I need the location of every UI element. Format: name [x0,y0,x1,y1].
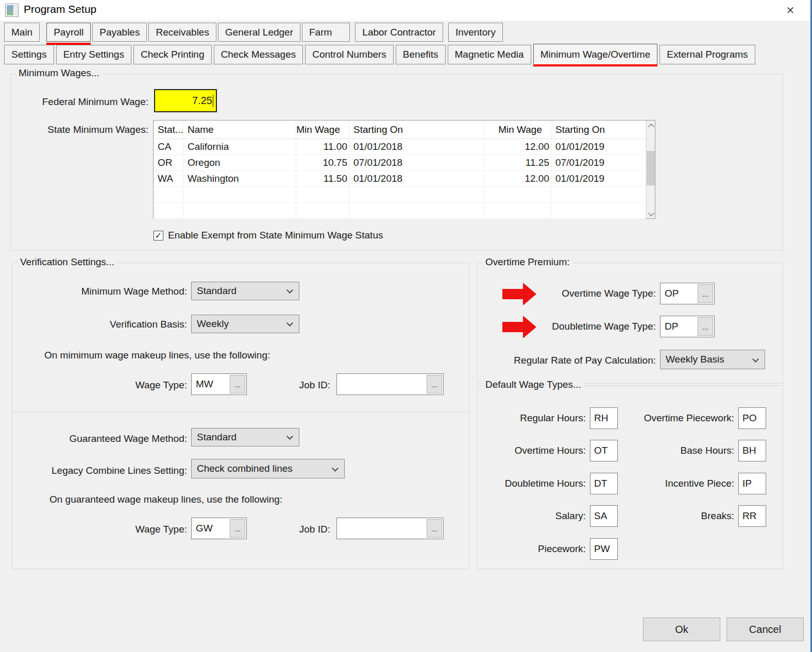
overtime-wage-type-input[interactable]: OP ... [660,283,715,304]
tab-entry-settings[interactable]: Entry Settings [56,45,131,64]
tab-main[interactable]: Main [4,23,40,42]
column-header[interactable]: Min Wage [484,121,551,139]
table-cell [183,187,296,202]
column-header[interactable]: Starting On [551,121,646,139]
column-header[interactable]: Min Wage [296,121,349,139]
tab-payroll[interactable]: Payroll [46,23,91,42]
browse-button[interactable]: ... [427,375,442,393]
gw-job-id-input[interactable]: ... [336,518,444,539]
doubletime-wage-type-input[interactable]: DP ... [660,316,715,337]
wage-type-input[interactable]: RR [738,505,766,527]
gw-wage-type-input[interactable]: GW ... [191,518,247,539]
table-row[interactable]: CACalifornia11.0001/01/201812.0001/01/20… [154,139,646,155]
minimum-wage-method-label: Minimum Wage Method: [12,286,187,297]
tab-inventory[interactable]: Inventory [448,23,503,42]
verification-settings-group: Verification Settings... Minimum Wage Me… [12,263,469,569]
table-cell: 12.00 [484,171,551,186]
cancel-button[interactable]: Cancel [726,617,804,641]
browse-button[interactable]: ... [427,519,442,538]
wage-type-label: Piecework: [478,543,586,555]
table-cell: WA [154,171,183,186]
legacy-combine-lines-select[interactable]: Check combined lines [191,459,345,478]
federal-minimum-wage-label: Federal Minimum Wage: [11,96,148,108]
browse-button[interactable]: ... [230,375,245,393]
scroll-up-button[interactable] [647,121,655,131]
verification-basis-select[interactable]: Weekly [191,315,299,333]
table-cell [349,203,484,218]
tab-labor-contractor[interactable]: Labor Contractor [355,23,443,42]
minimum-wage-method-select[interactable]: Standard [191,282,299,300]
tab-control-numbers[interactable]: Control Numbers [305,45,394,64]
table-row[interactable] [154,187,646,203]
table-cell [154,187,183,202]
federal-minimum-wage-input[interactable]: 7.25 [154,89,217,112]
tab-check-messages[interactable]: Check Messages [214,45,303,64]
browse-button[interactable]: ... [230,519,245,538]
column-header[interactable]: Stat... [154,121,183,139]
wage-type-label: Incentive Piece: [596,478,734,489]
table-cell: 11.50 [296,171,349,186]
tab-external-programs[interactable]: External Programs [659,45,755,64]
wage-type-label: Overtime Hours: [478,445,586,456]
group-title: Default Wage Types... [483,379,584,390]
text-caret [213,95,213,107]
table-cell [296,203,349,218]
minimum-wages-group: Minimum Wages... Federal Minimum Wage: 7… [10,74,783,251]
column-header[interactable]: Starting On [349,121,484,139]
tab-farm[interactable]: Farm [302,23,350,42]
wage-type-input[interactable]: PO [738,407,766,429]
browse-button[interactable]: ... [698,284,713,303]
table-row[interactable] [154,203,646,219]
tab-check-printing[interactable]: Check Printing [133,45,212,64]
table-cell: 10.75 [296,155,349,170]
overtime-wage-type-label: Overtime Wage Type: [539,288,656,299]
group-title: Minimum Wages... [16,67,102,79]
guaranteed-wage-method-select[interactable]: Standard [191,428,299,447]
selected-value: Standard [197,285,236,297]
app-icon [5,4,19,17]
exempt-checkbox[interactable] [154,231,163,241]
table-cell: 11.25 [484,155,551,170]
tab-general-ledger[interactable]: General Ledger [218,23,300,42]
field-value: OP [665,288,679,299]
tab-benefits[interactable]: Benefits [396,45,446,64]
wage-type-input[interactable]: IP [738,473,766,494]
doubletime-wage-type-label: Doubletime Wage Type: [539,321,656,332]
table-cell [349,187,484,202]
job-id-label: Job ID: [255,380,330,391]
chevron-down-icon [286,320,293,327]
wage-type-input[interactable]: PW [590,538,618,560]
wage-type-input[interactable]: BH [738,440,766,461]
table-row[interactable]: WAWashington11.5001/01/201812.0001/01/20… [154,171,646,187]
tab-minimum-wage-overtime[interactable]: Minimum Wage/Overtime [533,44,658,65]
state-table-body: CACalifornia11.0001/01/201812.0001/01/20… [154,139,646,219]
chevron-down-icon [752,356,759,363]
regular-rate-select[interactable]: Weekly Basis [660,350,765,369]
tab-magnetic-media[interactable]: Magnetic Media [448,45,531,64]
tab-receivables[interactable]: Receivables [148,23,216,42]
table-row[interactable]: OROregon10.7507/01/201811.2507/01/2019 [154,155,646,171]
tab-settings[interactable]: Settings [4,45,54,64]
field-value: DP [665,321,678,332]
close-icon[interactable]: ✕ [782,2,799,19]
vertical-scrollbar[interactable] [646,121,655,218]
browse-button[interactable]: ... [698,317,713,336]
table-cell: California [183,139,296,155]
guaranteed-wage-method-label: Guaranteed Wage Method: [12,433,187,444]
tab-payables[interactable]: Payables [92,23,147,42]
legacy-combine-lines-label: Legacy Combine Lines Setting: [12,465,187,476]
table-cell [183,203,296,218]
ok-button[interactable]: Ok [643,617,720,641]
gw-wage-type-label: Wage Type: [12,524,187,535]
job-id-input[interactable]: ... [336,373,444,395]
field-value: MW [196,379,213,390]
scrollbar-thumb[interactable] [647,151,655,185]
wage-type-label: Base Hours: [596,445,734,456]
wage-type-input[interactable]: MW ... [191,373,247,395]
table-cell [296,187,349,202]
tabs-row-2: SettingsEntry SettingsCheck PrintingChec… [4,45,755,65]
field-value: GW [196,523,213,534]
table-cell: OR [154,155,183,170]
column-header[interactable]: Name [183,121,296,139]
scroll-down-button[interactable] [647,208,655,218]
